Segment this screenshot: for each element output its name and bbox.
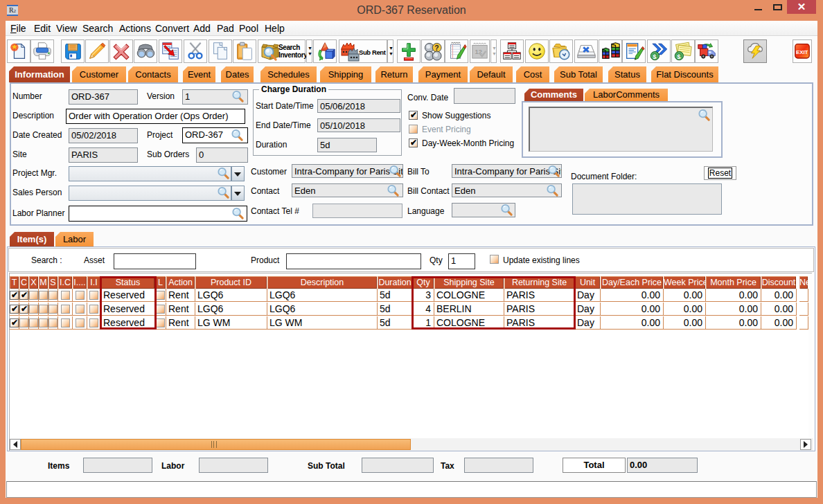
svg-text:EXIT: EXIT xyxy=(796,49,808,55)
svg-text:$: $ xyxy=(677,53,681,60)
svg-text:?: ? xyxy=(434,44,439,52)
svg-text:$: $ xyxy=(653,53,657,60)
